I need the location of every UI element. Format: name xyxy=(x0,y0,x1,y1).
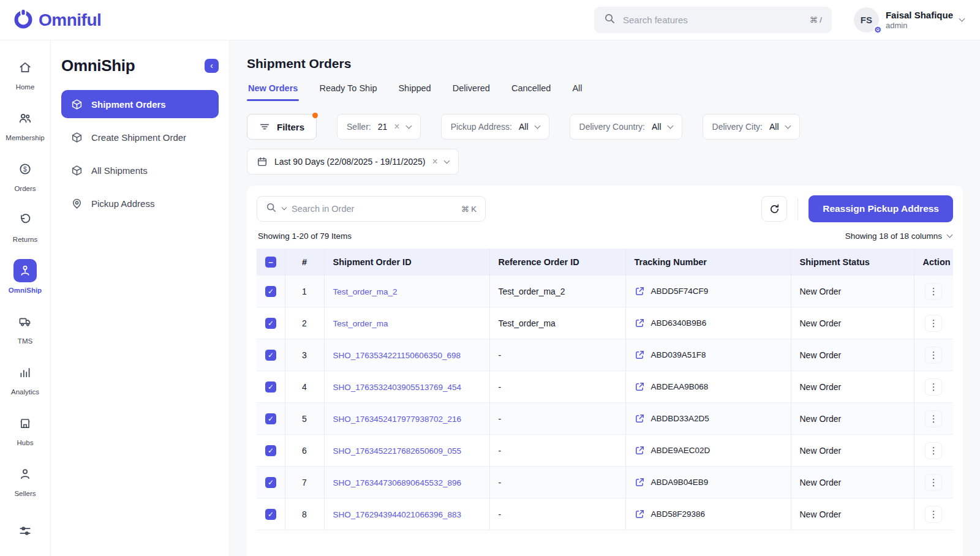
row-checkbox[interactable] xyxy=(265,286,276,297)
external-link-icon[interactable] xyxy=(635,477,645,487)
pickup-address-filter[interactable]: Pickup Address: All xyxy=(441,114,549,140)
main-content: Shipment Orders New Orders Ready To Ship… xyxy=(230,40,980,556)
tracking-number: ABDA9B04EB9 xyxy=(651,478,709,487)
nav-rail-item-analytics[interactable]: Analytics xyxy=(0,353,50,404)
row-actions-button[interactable]: ⋮ xyxy=(925,474,942,491)
nav-rail-item-sellers[interactable]: Sellers xyxy=(0,454,50,505)
shipment-order-link[interactable]: SHO_1763452417977938702_216 xyxy=(333,415,461,424)
external-link-icon[interactable] xyxy=(635,445,645,456)
global-search[interactable]: ⌘ / xyxy=(594,7,832,33)
seller-filter[interactable]: Seller: 21 × xyxy=(337,114,421,140)
page-title: Shipment Orders xyxy=(247,56,963,71)
external-link-icon[interactable] xyxy=(635,318,645,328)
delivery-city-filter[interactable]: Delivery City: All xyxy=(703,114,800,140)
nav-rail-item-home[interactable]: Home xyxy=(0,48,50,99)
columns-selector[interactable]: Showing 18 of 18 columns xyxy=(845,231,952,241)
row-number: 8 xyxy=(285,498,324,530)
row-checkbox[interactable] xyxy=(265,509,276,520)
sidebar-collapse-button[interactable]: ‹ xyxy=(205,59,219,73)
shipment-order-link[interactable]: SHO_1762943944021066396_883 xyxy=(333,510,461,519)
location-pin-icon xyxy=(70,197,83,210)
external-link-icon[interactable] xyxy=(635,286,645,296)
row-number: 6 xyxy=(285,435,324,467)
nav-rail-item-returns[interactable]: Returns xyxy=(0,200,50,251)
chevron-down-icon[interactable] xyxy=(282,205,287,210)
row-number: 3 xyxy=(285,339,324,371)
tracking-number: ABDBD33A2D5 xyxy=(651,414,709,423)
row-actions-button[interactable]: ⋮ xyxy=(925,283,942,300)
search-icon xyxy=(604,13,616,27)
package-icon xyxy=(70,98,83,111)
close-icon[interactable]: × xyxy=(432,157,437,167)
refresh-button[interactable] xyxy=(761,196,787,222)
external-link-icon[interactable] xyxy=(635,381,645,392)
nav-rail-item-omniship[interactable]: OmniShip xyxy=(0,251,50,302)
nav-rail-item-orders[interactable]: $ Orders xyxy=(0,149,50,200)
sellers-icon xyxy=(18,467,32,481)
shipment-order-link[interactable]: SHO_1763447306890645532_896 xyxy=(333,478,461,487)
nav-rail-item-membership[interactable]: Membership xyxy=(0,99,50,149)
tab-shipped[interactable]: Shipped xyxy=(397,83,432,101)
row-actions-button[interactable]: ⋮ xyxy=(925,442,942,459)
reassign-pickup-address-button[interactable]: Reassign Pickup Address xyxy=(809,195,953,222)
row-checkbox[interactable] xyxy=(265,350,276,361)
row-actions-button[interactable]: ⋮ xyxy=(925,410,942,427)
shipment-order-link[interactable]: SHO_1763532403905513769_454 xyxy=(333,383,461,392)
shipment-order-link[interactable]: SHO_1763534221150606350_698 xyxy=(333,351,461,360)
reference-order-id: - xyxy=(489,403,625,435)
sidebar-item-all-shipments[interactable]: All Shipments xyxy=(61,156,219,184)
omniship-icon xyxy=(18,264,32,277)
close-icon[interactable]: × xyxy=(394,122,399,132)
chevron-down-icon xyxy=(947,232,953,238)
row-actions-button[interactable]: ⋮ xyxy=(925,347,942,364)
returns-icon xyxy=(18,213,32,227)
user-menu[interactable]: FS ⚙ Faisal Shafique admin xyxy=(854,7,964,32)
select-all-checkbox[interactable] xyxy=(265,257,276,268)
row-checkbox[interactable] xyxy=(265,477,276,488)
external-link-icon[interactable] xyxy=(635,350,645,360)
tracking-number: ABD039A51F8 xyxy=(651,350,706,359)
tab-new-orders[interactable]: New Orders xyxy=(247,83,299,101)
table-row: 5 SHO_1763452417977938702_216 - ABDBD33A… xyxy=(257,403,953,435)
external-link-icon[interactable] xyxy=(635,509,645,519)
sidebar-item-pickup-address[interactable]: Pickup Address xyxy=(61,189,219,217)
row-checkbox[interactable] xyxy=(265,413,276,424)
order-search[interactable]: ⌘ K xyxy=(257,196,486,222)
sidebar-item-shipment-orders[interactable]: Shipment Orders xyxy=(61,90,219,118)
delivery-country-filter[interactable]: Delivery Country: All xyxy=(570,114,682,140)
table-row: 6 SHO_1763452217682650609_055 - ABDE9AEC… xyxy=(257,435,953,467)
tracking-number: ABDD5F74CF9 xyxy=(651,287,709,296)
tab-ready-to-ship[interactable]: Ready To Ship xyxy=(318,83,378,101)
shipment-order-link[interactable]: Test_order_ma_2 xyxy=(333,287,398,296)
row-actions-button[interactable]: ⋮ xyxy=(925,506,942,523)
row-actions-button[interactable]: ⋮ xyxy=(925,315,942,332)
filters-button[interactable]: Filters xyxy=(247,114,317,140)
sidebar-item-label: Shipment Orders xyxy=(91,99,166,110)
column-header-tracking-number: Tracking Number xyxy=(625,249,791,276)
row-actions-button[interactable]: ⋮ xyxy=(925,378,942,396)
tracking-number: ABD6340B9B6 xyxy=(651,318,707,328)
sidebar-item-create-shipment-order[interactable]: Create Shipment Order xyxy=(61,123,219,151)
orders-table: # Shipment Order ID Reference Order ID T… xyxy=(257,249,953,530)
row-checkbox[interactable] xyxy=(265,318,276,329)
date-range-filter[interactable]: Last 90 Days (22/08/2025 - 19/11/2025) × xyxy=(247,149,459,175)
nav-rail-item-partial[interactable] xyxy=(0,505,50,556)
settings-icon xyxy=(18,524,32,538)
order-search-input[interactable] xyxy=(292,204,456,214)
nav-rail: Home Membership $ Orders Returns OmniShi… xyxy=(0,40,51,556)
external-link-icon[interactable] xyxy=(635,413,645,424)
row-checkbox[interactable] xyxy=(265,445,276,456)
nav-rail-item-hubs[interactable]: Hubs xyxy=(0,404,50,454)
shipment-order-link[interactable]: Test_order_ma xyxy=(333,319,388,328)
nav-rail-item-tms[interactable]: TMS xyxy=(0,302,50,353)
shipment-order-link[interactable]: SHO_1763452217682650609_055 xyxy=(333,446,461,456)
user-role: admin xyxy=(886,21,953,30)
tab-cancelled[interactable]: Cancelled xyxy=(510,83,552,101)
row-checkbox[interactable] xyxy=(265,381,276,393)
topbar: Omniful ⌘ / FS ⚙ Faisal Shafique admin xyxy=(0,0,980,40)
tab-all[interactable]: All xyxy=(571,83,583,101)
table-row: 8 SHO_1762943944021066396_883 - ABD58F29… xyxy=(257,498,953,530)
tab-delivered[interactable]: Delivered xyxy=(451,83,491,101)
global-search-input[interactable] xyxy=(623,15,802,25)
tracking-number: ABDE9AEC02D xyxy=(651,446,710,455)
